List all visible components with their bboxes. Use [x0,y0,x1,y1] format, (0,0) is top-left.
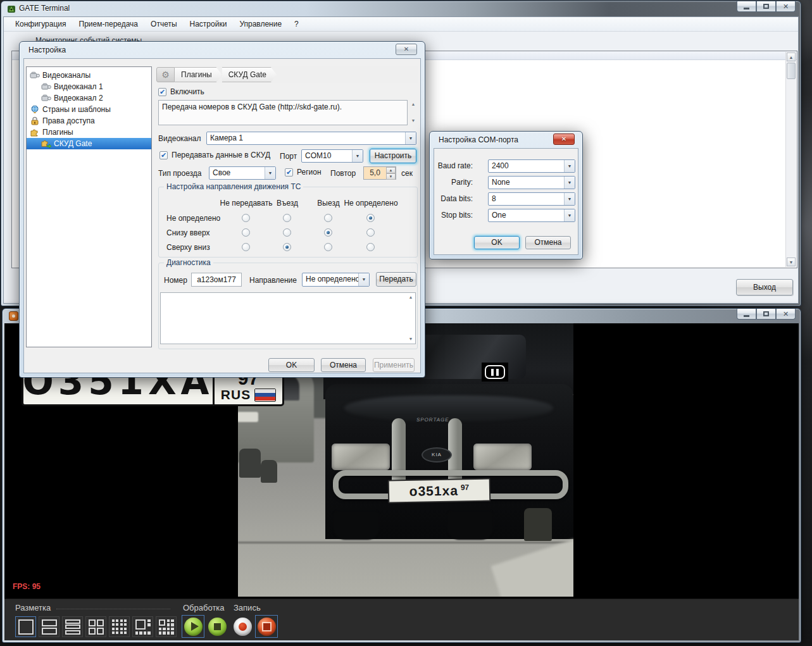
plugin-description: Передача номеров в СКУД Gate (http://skd… [158,100,408,125]
exit-button[interactable]: Выход [736,279,793,295]
log-scroll-down-icon[interactable]: ▼ [407,335,415,343]
enable-checkbox[interactable]: ✔ Включить [158,87,204,96]
minimize-icon[interactable] [737,1,756,12]
desc-scroll-up-icon[interactable]: ▲ [409,101,417,108]
event-list-scrollbar[interactable]: ▲ ▼ [785,52,796,267]
radio-r2c3[interactable] [366,243,375,251]
radio-r1c1[interactable] [283,228,291,237]
radio-r1c0[interactable] [242,228,250,237]
direction-combo[interactable]: Не определено ▼ [302,273,370,287]
tree-item-countries[interactable]: Страны и шаблоны [27,104,151,115]
transfer-checkbox[interactable]: ✔ Передавать данные в СКУД [159,151,270,159]
radio-r2c1[interactable] [283,243,291,251]
menu-help[interactable]: ? [288,18,305,30]
breadcrumb-plugins[interactable]: Плагины [175,67,222,82]
layout-2rows-button[interactable] [39,616,59,637]
stop-bits-label: Stop bits: [441,211,473,220]
col-header-exit: Выезд [317,199,339,208]
radio-r0c3[interactable] [366,214,375,222]
scroll-down-icon[interactable]: ▼ [787,258,796,266]
parity-label: Parity: [451,178,473,187]
row-label-bottom-up: Снизу вверх [166,228,210,237]
layout-2x2-button[interactable] [85,616,106,637]
radio-r2c2[interactable] [324,243,332,251]
diagnostics-log[interactable] [160,292,416,344]
radio-r0c0[interactable] [242,214,250,222]
scroll-up-icon[interactable]: ▲ [787,53,796,61]
record-button[interactable] [231,615,254,638]
com-cancel-button[interactable]: Отмена [525,236,571,249]
pass-type-combo[interactable]: Свое ▼ [209,166,276,180]
spin-down-icon[interactable]: ▼ [386,173,396,180]
chevron-down-icon: ▼ [405,132,416,144]
radio-r0c2[interactable] [324,214,332,222]
baud-rate-combo[interactable]: 2400 ▼ [488,159,575,173]
number-input[interactable] [191,273,242,287]
tree-item-plugins[interactable]: Плагины [27,127,151,138]
com-close-icon[interactable]: ✕ [553,134,575,145]
cancel-button[interactable]: Отмена [321,358,366,372]
record-stop-button[interactable] [255,615,278,638]
menu-control[interactable]: Управление [233,18,288,30]
tree-item-skud-gate[interactable]: СКУД Gate [27,138,151,149]
restore-icon[interactable] [756,1,776,12]
repeat-spinner[interactable]: 5,0 ▲ ▼ [363,166,396,180]
stop-bits-combo[interactable]: One ▼ [488,209,575,222]
video-restore-icon[interactable] [756,309,776,320]
radio-r1c2[interactable] [324,228,332,237]
record-icon [239,623,247,631]
russia-flag-icon [254,388,276,402]
video-close-icon[interactable]: ✕ [776,309,796,320]
region-checkbox[interactable]: ✔ Регион [285,168,322,177]
apply-button[interactable]: Применить [373,358,415,372]
layout-mixed-button[interactable] [156,616,177,637]
menu-reports[interactable]: Отчеты [144,18,183,30]
window-title: GATE Terminal [19,4,70,13]
processing-play-button[interactable] [182,615,204,638]
data-bits-label: Data bits: [440,194,473,203]
gear-icon[interactable]: ⚙ [156,67,175,82]
chevron-down-icon: ▼ [564,209,575,221]
breadcrumb: ⚙ Плагины СКУД Gate [156,66,418,83]
menu-configuration[interactable]: Конфигурация [9,18,73,30]
radio-r1c3[interactable] [366,228,375,237]
row-label-undefined: Не определено [166,214,220,223]
layout-3rows-button[interactable] [62,616,83,637]
layout-1x1-button[interactable] [15,616,36,637]
configure-port-button[interactable]: Настроить [370,149,416,163]
settings-dialog: Настройка ✕ Видеоканалы Видеоканал 1 Вид… [19,41,425,378]
menu-settings[interactable]: Настройки [184,18,234,30]
log-scroll-up-icon[interactable]: ▲ [407,294,415,301]
video-channel-combo[interactable]: Камера 1 ▼ [206,132,416,145]
close-icon[interactable]: ✕ [776,1,796,12]
menu-transfer[interactable]: Прием-передача [73,18,145,30]
scroll-thumb[interactable] [787,63,796,79]
send-button[interactable]: Передать [376,272,416,287]
direction-group-title: Настройка направления движения ТС [164,182,303,191]
layout-4x4-button[interactable] [109,616,130,637]
radio-r0c1[interactable] [283,214,291,222]
main-titlebar[interactable]: GATE Terminal ✕ [1,1,801,16]
repeat-label: Повтор [330,169,356,178]
desc-scroll-down-icon[interactable]: ▼ [409,117,417,125]
processing-stop-button[interactable] [206,615,228,638]
video-minimize-icon[interactable] [737,309,756,320]
plate-country-label: RUS [221,387,251,402]
ok-button[interactable]: OK [268,358,315,372]
breadcrumb-skud-gate[interactable]: СКУД Gate [222,67,277,82]
chevron-down-icon: ▼ [564,177,575,189]
data-bits-combo[interactable]: 8 ▼ [488,192,575,206]
radio-r2c0[interactable] [242,243,250,251]
tree-item-videochannel2[interactable]: Видеоканал 2 [27,92,151,104]
tree-item-videochannels[interactable]: Видеоканалы [27,70,151,81]
tree-item-access-rights[interactable]: Права доступа [27,115,151,127]
com-ok-button[interactable]: OK [474,236,520,249]
repeat-value[interactable]: 5,0 [364,167,386,179]
layout-1plus-button[interactable] [132,616,153,637]
desktop: GATE Terminal ✕ Конфигурация Прием-перед… [0,0,812,646]
parity-combo[interactable]: None ▼ [488,176,575,189]
settings-close-icon[interactable]: ✕ [396,44,417,55]
spin-up-icon[interactable]: ▲ [386,167,396,173]
tree-item-videochannel1[interactable]: Видеоканал 1 [27,81,151,92]
port-combo[interactable]: COM10 ▼ [301,149,363,163]
